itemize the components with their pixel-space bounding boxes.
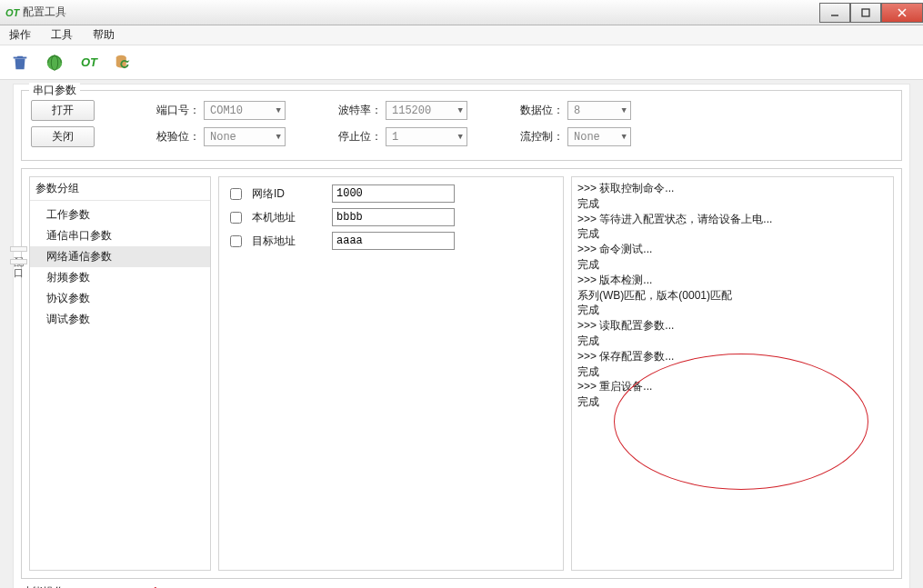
field-check-2[interactable] xyxy=(230,235,242,247)
serial-legend: 串口参数 xyxy=(29,83,80,98)
tree-item-1[interactable]: 通信串口参数 xyxy=(30,225,210,246)
stop-label: 停止位： xyxy=(338,129,382,145)
toolbar: OT xyxy=(0,45,923,80)
vtab-1[interactable]: 配 xyxy=(10,246,27,252)
stop-combo[interactable]: 1▼ xyxy=(386,127,467,146)
baud-label: 波特率： xyxy=(338,103,382,118)
flow-label: 流控制： xyxy=(520,129,564,145)
databits-label: 数据位： xyxy=(520,103,564,118)
db-refresh-icon[interactable] xyxy=(111,50,136,75)
parity-combo[interactable]: None▼ xyxy=(204,127,286,146)
window-title: 配置工具 xyxy=(23,5,66,20)
menu-tool[interactable]: 工具 xyxy=(47,25,76,45)
form-panel: 网络ID本机地址目标地址 xyxy=(218,176,564,571)
field-check-0[interactable] xyxy=(230,188,242,200)
tree-panel: 参数分组 工作参数通信串口参数网络通信参数射频参数协议参数调试参数 xyxy=(29,176,211,571)
menu-bar: 操作 工具 帮助 xyxy=(0,25,923,45)
svg-rect-4 xyxy=(14,56,27,58)
main-frame: 配 口 串口参数 打开 端口号： COM10▼ 波特率： 115200▼ 数据位… xyxy=(13,84,910,588)
field-input-1[interactable] xyxy=(332,208,455,226)
menu-op[interactable]: 操作 xyxy=(5,25,35,45)
tree-item-2[interactable]: 网络通信参数 xyxy=(30,246,210,267)
menu-help[interactable]: 帮助 xyxy=(89,25,118,45)
tree-item-4[interactable]: 协议参数 xyxy=(30,288,210,309)
svg-rect-1 xyxy=(862,9,869,16)
app-icon: OT xyxy=(5,7,19,18)
field-input-2[interactable] xyxy=(332,232,455,250)
tree-item-0[interactable]: 工作参数 xyxy=(30,204,210,225)
flow-combo[interactable]: None▼ xyxy=(567,127,631,146)
port-label: 端口号： xyxy=(156,103,200,118)
databits-combo[interactable]: 8▼ xyxy=(567,101,631,120)
field-label-1: 本机地址 xyxy=(252,210,325,225)
globe-icon[interactable] xyxy=(42,50,67,75)
maximize-button[interactable] xyxy=(850,3,881,23)
title-bar: OT 配置工具 xyxy=(0,0,923,25)
field-input-0[interactable] xyxy=(332,184,455,203)
field-label-0: 网络ID xyxy=(252,186,325,202)
close-port-button[interactable]: 关闭 xyxy=(31,126,95,147)
func-legend: 功能操作 xyxy=(21,584,902,588)
serial-fieldset: 串口参数 打开 端口号： COM10▼ 波特率： 115200▼ 数据位： 8▼… xyxy=(21,90,902,161)
open-button[interactable]: 打开 xyxy=(31,100,95,121)
ot-icon[interactable]: OT xyxy=(76,50,102,75)
baud-combo[interactable]: 115200▼ xyxy=(386,101,467,120)
tree-header: 参数分组 xyxy=(30,177,210,201)
parity-label: 校验位： xyxy=(156,129,200,145)
tree-item-5[interactable]: 调试参数 xyxy=(30,309,210,330)
svg-point-5 xyxy=(47,55,63,70)
field-check-1[interactable] xyxy=(230,212,242,224)
port-combo[interactable]: COM10▼ xyxy=(204,101,286,120)
minimize-button[interactable] xyxy=(819,3,850,23)
close-button[interactable] xyxy=(881,3,923,23)
log-panel: >>> 获取控制命令... 完成 >>> 等待进入配置状态，请给设备上电... … xyxy=(571,176,894,571)
trash-icon[interactable] xyxy=(7,50,33,75)
tree-item-3[interactable]: 射频参数 xyxy=(30,267,210,288)
vtab-2[interactable]: 口 xyxy=(10,259,27,264)
field-label-2: 目标地址 xyxy=(252,234,325,249)
